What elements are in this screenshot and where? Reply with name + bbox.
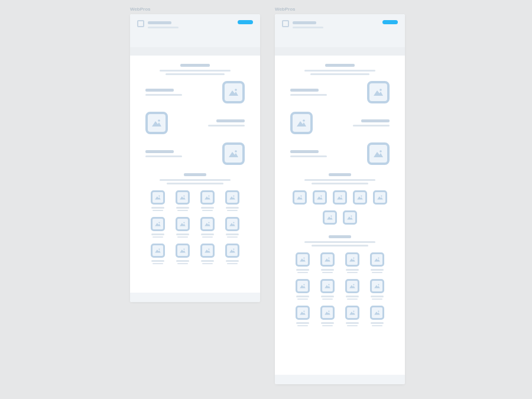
- card-item[interactable]: [224, 190, 241, 211]
- card-item[interactable]: [319, 252, 336, 273]
- image-placeholder-icon: [225, 217, 239, 231]
- card-grid: [145, 190, 245, 264]
- image-placeholder-icon: [151, 217, 165, 231]
- image-placeholder-icon: [176, 190, 190, 205]
- feature-row: [290, 81, 390, 103]
- feature-row: [145, 81, 245, 103]
- card-item[interactable]: [369, 306, 385, 326]
- image-placeholder-icon: [320, 252, 335, 267]
- card-item[interactable]: [150, 217, 166, 238]
- card-item[interactable]: [199, 244, 216, 264]
- cta-button[interactable]: [382, 20, 398, 24]
- card-grid-bottom: [290, 252, 390, 326]
- image-placeholder-icon: [345, 306, 359, 320]
- card-item[interactable]: [319, 279, 336, 300]
- image-placeholder-icon: [222, 81, 245, 103]
- wireframe-variant-b: WebPros: [275, 14, 405, 384]
- section-heading: [290, 173, 390, 184]
- image-placeholder-icon: [293, 190, 307, 205]
- section-heading: [290, 64, 390, 75]
- card-item[interactable]: [369, 252, 385, 273]
- image-placeholder-icon: [145, 112, 168, 134]
- image-placeholder-icon: [176, 217, 190, 231]
- image-placeholder-icon: [370, 252, 384, 267]
- brand-label: WebPros: [275, 7, 296, 12]
- feature-row: [145, 142, 245, 165]
- footer: [275, 375, 405, 384]
- image-placeholder-icon: [151, 190, 165, 205]
- image-placeholder-icon: [313, 190, 327, 205]
- card-item[interactable]: [294, 252, 311, 273]
- feature-text: [290, 89, 327, 96]
- card-item[interactable]: [319, 306, 336, 326]
- card-item[interactable]: [333, 190, 347, 207]
- image-placeholder-icon: [296, 252, 310, 267]
- image-placeholder-icon: [200, 190, 215, 205]
- card-item[interactable]: [373, 190, 387, 207]
- image-placeholder-icon: [367, 142, 390, 165]
- card-item[interactable]: [150, 244, 166, 264]
- image-placeholder-icon: [151, 244, 165, 258]
- image-placeholder-icon: [225, 190, 239, 205]
- card-item[interactable]: [293, 190, 307, 207]
- image-placeholder-icon: [353, 190, 367, 205]
- cta-button[interactable]: [238, 20, 253, 24]
- image-placeholder-icon: [345, 279, 359, 293]
- card-item[interactable]: [294, 279, 311, 300]
- card-item[interactable]: [224, 244, 241, 264]
- image-placeholder-icon: [320, 279, 335, 293]
- footer: [130, 293, 260, 302]
- image-placeholder-icon: [370, 279, 384, 293]
- image-placeholder-icon: [373, 190, 387, 205]
- card-item[interactable]: [224, 217, 241, 238]
- logo-icon: [137, 20, 144, 27]
- card-item[interactable]: [323, 210, 337, 227]
- card-item[interactable]: [174, 217, 191, 238]
- card-item[interactable]: [199, 190, 216, 211]
- subheader-bar: [130, 47, 260, 56]
- feature-text: [290, 150, 327, 157]
- card-item[interactable]: [174, 244, 191, 264]
- image-placeholder-icon: [367, 81, 390, 103]
- card-item[interactable]: [150, 190, 166, 211]
- feature-row: [145, 112, 245, 134]
- header-title: [293, 21, 323, 28]
- card-item[interactable]: [174, 190, 191, 211]
- image-placeholder-icon: [200, 217, 215, 231]
- image-placeholder-icon: [290, 112, 313, 134]
- image-placeholder-icon: [296, 279, 310, 293]
- header-title: [148, 21, 179, 28]
- card-item[interactable]: [344, 252, 361, 273]
- image-placeholder-icon: [176, 244, 190, 258]
- image-placeholder-icon: [200, 244, 215, 258]
- header: [275, 14, 405, 47]
- section-heading: [290, 235, 390, 246]
- image-placeholder-icon: [296, 306, 310, 320]
- feature-row: [290, 112, 390, 134]
- card-item[interactable]: [344, 279, 361, 300]
- card-item[interactable]: [353, 190, 367, 207]
- feature-text: [145, 150, 182, 157]
- image-placeholder-icon: [222, 142, 245, 165]
- image-placeholder-icon: [320, 306, 335, 320]
- feature-text: [208, 119, 245, 126]
- logo-icon: [282, 20, 289, 27]
- image-placeholder-icon: [323, 210, 337, 225]
- subheader-bar: [275, 47, 405, 56]
- section-heading: [145, 64, 245, 75]
- image-placeholder-icon: [333, 190, 347, 205]
- card-item[interactable]: [344, 306, 361, 326]
- brand-label: WebPros: [130, 7, 151, 12]
- card-item[interactable]: [294, 306, 311, 326]
- card-item[interactable]: [313, 190, 327, 207]
- section-heading: [145, 173, 245, 184]
- card-item[interactable]: [369, 279, 385, 300]
- wireframe-variant-a: WebPros: [130, 14, 260, 302]
- header: [130, 14, 260, 47]
- image-placeholder-icon: [345, 252, 359, 267]
- card-item[interactable]: [343, 210, 357, 227]
- image-placeholder-icon: [343, 210, 357, 225]
- card-item[interactable]: [199, 217, 216, 238]
- feature-text: [353, 119, 390, 126]
- card-grid-top: [290, 190, 390, 227]
